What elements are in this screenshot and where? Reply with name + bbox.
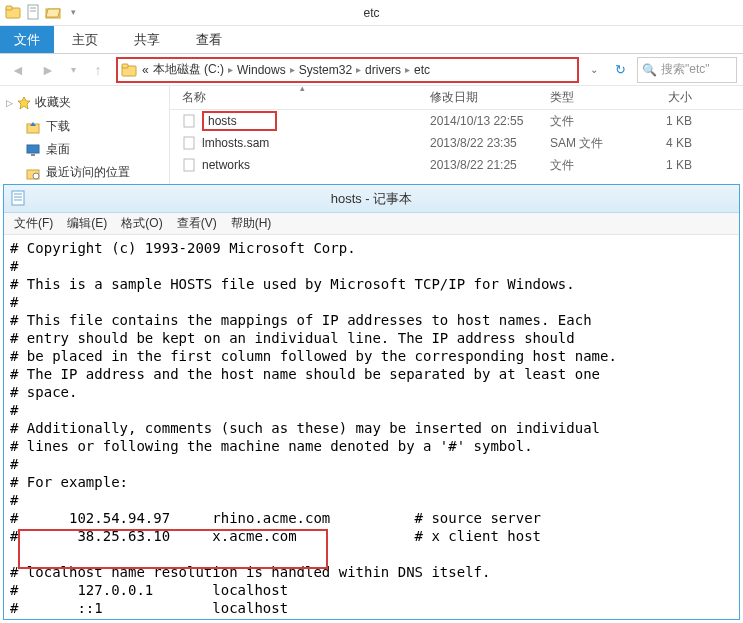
breadcrumb-part[interactable]: drivers — [365, 63, 401, 77]
column-header-name[interactable]: ▴名称 — [170, 89, 430, 106]
menu-help[interactable]: 帮助(H) — [225, 215, 278, 232]
file-size: 1 KB — [630, 114, 700, 128]
column-header-type[interactable]: 类型 — [550, 89, 630, 106]
menu-format[interactable]: 格式(O) — [115, 215, 168, 232]
breadcrumb-part[interactable]: 本地磁盘 (C:) — [153, 61, 224, 78]
tab-share[interactable]: 共享 — [116, 26, 178, 53]
chevron-right-icon: ▸ — [290, 64, 295, 75]
file-name: networks — [202, 158, 250, 172]
svg-point-15 — [33, 173, 39, 179]
nav-up-button[interactable]: ↑ — [86, 58, 110, 82]
file-name: lmhosts.sam — [202, 136, 269, 150]
file-row-hosts[interactable]: hosts 2014/10/13 22:55 文件 1 KB — [170, 110, 743, 132]
file-date: 2013/8/22 21:25 — [430, 158, 550, 172]
chevron-right-icon: ▷ — [6, 98, 13, 108]
address-bar[interactable]: « 本地磁盘 (C:)▸ Windows▸ System32▸ drivers▸… — [116, 57, 579, 83]
breadcrumb-part[interactable]: Windows — [237, 63, 286, 77]
explorer-window: ▾ etc 文件 主页 共享 查看 ◄ ► ▾ ↑ « 本地磁盘 (C:)▸ W… — [0, 0, 743, 206]
file-date: 2014/10/13 22:55 — [430, 114, 550, 128]
svg-rect-18 — [184, 159, 194, 171]
nav-forward-button[interactable]: ► — [36, 58, 60, 82]
explorer-titlebar: ▾ etc — [0, 0, 743, 26]
sidebar-item-label: 桌面 — [46, 141, 70, 158]
svg-rect-8 — [122, 64, 128, 68]
breadcrumb-part[interactable]: System32 — [299, 63, 352, 77]
column-headers: ▴名称 修改日期 类型 大小 — [170, 86, 743, 110]
svg-rect-1 — [6, 6, 12, 10]
ribbon-tabs: 文件 主页 共享 查看 — [0, 26, 743, 54]
chevron-right-icon: ▸ — [405, 64, 410, 75]
sidebar-item-label: 下载 — [46, 118, 70, 135]
svg-rect-16 — [184, 115, 194, 127]
chevron-right-icon: ▸ — [228, 64, 233, 75]
breadcrumb: « 本地磁盘 (C:)▸ Windows▸ System32▸ drivers▸… — [140, 61, 430, 78]
file-date: 2013/8/22 23:35 — [430, 136, 550, 150]
svg-marker-9 — [18, 97, 30, 109]
tab-home[interactable]: 主页 — [54, 26, 116, 53]
search-icon: 🔍 — [642, 63, 657, 77]
sidebar-item-desktop[interactable]: 桌面 — [6, 138, 163, 161]
menu-edit[interactable]: 编辑(E) — [61, 215, 113, 232]
nav-history-dropdown[interactable]: ▾ — [66, 58, 80, 82]
chevron-right-icon: ▸ — [356, 64, 361, 75]
sidebar-item-label: 最近访问的位置 — [46, 164, 130, 181]
file-name: hosts — [202, 111, 277, 131]
svg-rect-12 — [27, 145, 39, 153]
dropdown-icon[interactable]: ▾ — [64, 3, 82, 21]
file-size: 4 KB — [630, 136, 700, 150]
download-icon — [26, 120, 40, 134]
svg-rect-13 — [31, 154, 35, 156]
star-icon — [17, 96, 31, 110]
file-icon — [182, 158, 196, 172]
file-icon — [182, 114, 196, 128]
tab-view[interactable]: 查看 — [178, 26, 240, 53]
notepad-title: hosts - 记事本 — [331, 190, 413, 208]
notepad-titlebar: hosts - 记事本 — [4, 185, 739, 213]
file-size: 1 KB — [630, 158, 700, 172]
file-icon — [182, 136, 196, 150]
recent-icon — [26, 166, 40, 180]
svg-rect-17 — [184, 137, 194, 149]
file-row-networks[interactable]: networks 2013/8/22 21:25 文件 1 KB — [170, 154, 743, 176]
file-type: SAM 文件 — [550, 135, 630, 152]
svg-rect-2 — [28, 5, 38, 19]
notepad-window: hosts - 记事本 文件(F) 编辑(E) 格式(O) 查看(V) 帮助(H… — [3, 184, 740, 620]
open-folder-icon[interactable] — [44, 3, 62, 21]
column-header-size[interactable]: 大小 — [630, 89, 700, 106]
desktop-icon — [26, 143, 40, 157]
col-label: 名称 — [182, 90, 206, 104]
menu-file[interactable]: 文件(F) — [8, 215, 59, 232]
refresh-button[interactable]: ↻ — [609, 62, 631, 77]
tab-file[interactable]: 文件 — [0, 26, 54, 53]
folder-icon — [4, 3, 22, 21]
file-row-lmhosts[interactable]: lmhosts.sam 2013/8/22 23:35 SAM 文件 4 KB — [170, 132, 743, 154]
sidebar-item-downloads[interactable]: 下载 — [6, 115, 163, 138]
file-type: 文件 — [550, 113, 630, 130]
notepad-menubar: 文件(F) 编辑(E) 格式(O) 查看(V) 帮助(H) — [4, 213, 739, 235]
notepad-textarea[interactable]: # Copyright (c) 1993-2009 Microsoft Corp… — [4, 235, 739, 619]
sidebar-item-recent[interactable]: 最近访问的位置 — [6, 161, 163, 184]
breadcrumb-part[interactable]: etc — [414, 63, 430, 77]
folder-icon — [118, 62, 140, 78]
address-bar-row: ◄ ► ▾ ↑ « 本地磁盘 (C:)▸ Windows▸ System32▸ … — [0, 54, 743, 86]
file-type: 文件 — [550, 157, 630, 174]
search-input[interactable]: 🔍 搜索"etc" — [637, 57, 737, 83]
search-placeholder: 搜索"etc" — [661, 61, 710, 78]
window-title: etc — [363, 6, 379, 20]
sidebar-label: 收藏夹 — [35, 94, 71, 111]
sort-asc-icon: ▴ — [300, 86, 305, 93]
notepad-icon — [10, 190, 26, 206]
nav-back-button[interactable]: ◄ — [6, 58, 30, 82]
menu-view[interactable]: 查看(V) — [171, 215, 223, 232]
properties-icon[interactable] — [24, 3, 42, 21]
breadcrumb-prefix: « — [142, 63, 149, 77]
address-dropdown[interactable]: ⌄ — [585, 64, 603, 75]
sidebar-group-favorites[interactable]: ▷ 收藏夹 — [6, 94, 163, 111]
svg-marker-6 — [46, 9, 60, 17]
quick-access-toolbar: ▾ — [4, 3, 82, 21]
column-header-date[interactable]: 修改日期 — [430, 89, 550, 106]
svg-rect-19 — [12, 191, 24, 205]
